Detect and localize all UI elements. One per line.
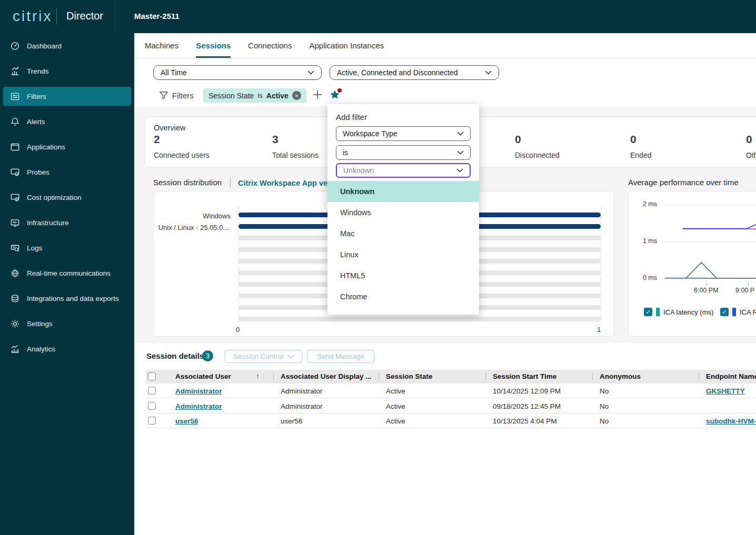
option-mac[interactable]: Mac xyxy=(327,223,479,244)
filter-operator-value: is xyxy=(343,148,348,157)
filter-field-select[interactable]: Workspace Type xyxy=(336,126,471,141)
site-name: Master-2511 xyxy=(134,12,180,21)
x-tick-1: 1 xyxy=(597,326,601,334)
gridline-one xyxy=(601,207,601,323)
product-name: Director xyxy=(66,10,103,22)
tab-machines[interactable]: Machines xyxy=(145,33,178,58)
citrix-director-app: citrix Director Master-2511 DashboardTre… xyxy=(0,0,756,535)
filters-label: Filters xyxy=(172,91,194,100)
chip-operator: is xyxy=(257,92,262,99)
filter-chip-session-state[interactable]: Session State is Active × xyxy=(203,88,306,103)
stat-label-disconnected: Disconnected xyxy=(515,151,560,159)
cell-associated_user-link[interactable]: Administrator xyxy=(175,387,222,395)
option-windows[interactable]: Windows xyxy=(327,202,479,223)
cell-display_name: Administrator xyxy=(281,387,323,395)
filter-operator-select[interactable]: is xyxy=(336,145,471,160)
sidebar-item-label: Real-time communications xyxy=(27,269,111,277)
cost-optimization-icon xyxy=(10,193,20,203)
tab-bar: MachinesSessionsConnectionsApplication I… xyxy=(134,33,756,58)
applications-icon xyxy=(10,142,20,152)
workspace-app-version-link[interactable]: Citrix Workspace App ver xyxy=(238,179,331,187)
sidebar-item-alerts[interactable]: Alerts xyxy=(0,109,134,134)
sidebar-item-label: Filters xyxy=(27,93,46,100)
tab-sessions[interactable]: Sessions xyxy=(196,33,231,58)
sidebar-item-infrastructure[interactable]: Infrastructure xyxy=(0,210,134,235)
column-header-session-start-time[interactable]: Session Start Time xyxy=(493,372,556,380)
bar-placeholder xyxy=(238,317,601,321)
legend-checkbox-ica-latency-ms[interactable]: ✓ xyxy=(644,308,652,316)
row-checkbox[interactable] xyxy=(148,387,156,395)
bar-label-windows: Windows xyxy=(154,212,231,220)
time-range-select[interactable]: All Time xyxy=(153,65,322,80)
option-linux[interactable]: Linux xyxy=(327,244,479,265)
title-divider xyxy=(230,177,231,187)
x-tick-mark xyxy=(748,282,749,286)
x-tick-0: 0 xyxy=(236,326,240,334)
column-header-anonymous[interactable]: Anonymous xyxy=(600,372,641,380)
sidebar-item-integrations-and-data-exports[interactable]: Integrations and data exports xyxy=(0,286,134,311)
sidebar-item-analytics[interactable]: Analytics xyxy=(0,336,134,361)
cell-endpoint-link[interactable]: GKSHETTY xyxy=(706,387,745,395)
cell-session_state: Active xyxy=(386,402,405,410)
cell-anonymous: No xyxy=(600,402,609,410)
sidebar-item-probes[interactable]: Probes xyxy=(0,159,134,185)
stat-label-total-sessions: Total sessions xyxy=(272,151,319,159)
sidebar-item-label: Dashboard xyxy=(27,42,62,50)
select-all-checkbox[interactable] xyxy=(148,372,156,380)
sidebar-item-logs[interactable]: Logs xyxy=(0,235,134,260)
option-unknown[interactable]: Unknown xyxy=(327,181,479,202)
session-control-label: Session Control xyxy=(233,352,283,360)
notification-dot xyxy=(337,88,342,93)
column-header-session-state[interactable]: Session State xyxy=(386,372,433,380)
green-line xyxy=(686,263,717,278)
filter-value-select[interactable]: Unknown xyxy=(336,163,471,178)
legend-checkbox-ica-r[interactable]: ✓ xyxy=(720,308,729,316)
send-message-button[interactable]: Send Message xyxy=(307,350,374,363)
top-bar: citrix Director Master-2511 xyxy=(0,0,756,33)
column-header-endpoint-name[interactable]: Endpoint Name xyxy=(706,372,756,380)
session-state-select[interactable]: Active, Connected and Disconnected xyxy=(330,65,499,80)
column-header-associated-user-display[interactable]: Associated User Display ... xyxy=(281,372,372,380)
option-chrome[interactable]: Chrome xyxy=(327,286,479,307)
stat-value-ended: 0 xyxy=(630,133,636,146)
filters-icon xyxy=(10,92,20,102)
option-html5[interactable]: HTML5 xyxy=(327,265,479,286)
cell-associated_user-link[interactable]: Administrator xyxy=(175,402,222,410)
sidebar-item-filters[interactable]: Filters xyxy=(3,87,131,106)
sidebar-item-real-time-communications[interactable]: Real-time communications xyxy=(0,260,134,286)
chevron-down-icon xyxy=(457,150,464,155)
legend-swatch-ica-r xyxy=(732,308,736,316)
session-control-button[interactable]: Session Control xyxy=(225,350,302,363)
sidebar-item-trends[interactable]: Trends xyxy=(0,58,134,84)
add-filter-plus-icon[interactable] xyxy=(312,89,323,100)
cell-endpoint-link[interactable]: subodhk-HVM-d xyxy=(706,417,756,425)
table-row: user56user56Active10/13/2025 4:04 PMNosu… xyxy=(146,413,756,428)
table-header: Associated User↑Associated User Display … xyxy=(146,370,756,383)
sidebar-item-settings[interactable]: Settings xyxy=(0,311,134,336)
row-checkbox[interactable] xyxy=(148,402,156,410)
average-performance-chart: 2 ms1 ms0 ms6:00 PM9:00 P✓ICA latency (m… xyxy=(628,191,756,337)
cell-start_time: 10/14/2025 12:09 PM xyxy=(493,387,561,395)
sidebar-item-label: Settings xyxy=(27,320,53,328)
add-filter-popup: Add filter Workspace Type is Unknown Unk… xyxy=(327,104,479,315)
chevron-down-icon xyxy=(287,355,294,359)
sidebar-item-cost-optimization[interactable]: Cost optimization xyxy=(0,185,134,210)
logo-separator xyxy=(56,8,57,25)
cell-associated_user-link[interactable]: user56 xyxy=(175,417,198,425)
row-checkbox[interactable] xyxy=(148,417,156,425)
sidebar-item-label: Probes xyxy=(27,168,49,176)
send-message-label: Send Message xyxy=(317,352,364,360)
column-header-associated-user[interactable]: Associated User xyxy=(175,372,231,380)
chip-value: Active xyxy=(266,92,289,100)
cell-session_state: Active xyxy=(386,417,405,425)
stat-value-disconnected: 0 xyxy=(515,133,521,146)
sidebar-item-applications[interactable]: Applications xyxy=(0,134,134,159)
tab-connections[interactable]: Connections xyxy=(248,33,292,58)
chevron-down-icon xyxy=(457,132,464,136)
sort-ascending-icon[interactable]: ↑ xyxy=(256,372,260,380)
chip-remove-icon[interactable]: × xyxy=(292,91,301,100)
column-divider xyxy=(273,373,274,380)
tab-application-instances[interactable]: Application Instances xyxy=(309,33,384,58)
sidebar-item-dashboard[interactable]: Dashboard xyxy=(0,33,134,58)
popup-title: Add filter xyxy=(336,113,367,122)
